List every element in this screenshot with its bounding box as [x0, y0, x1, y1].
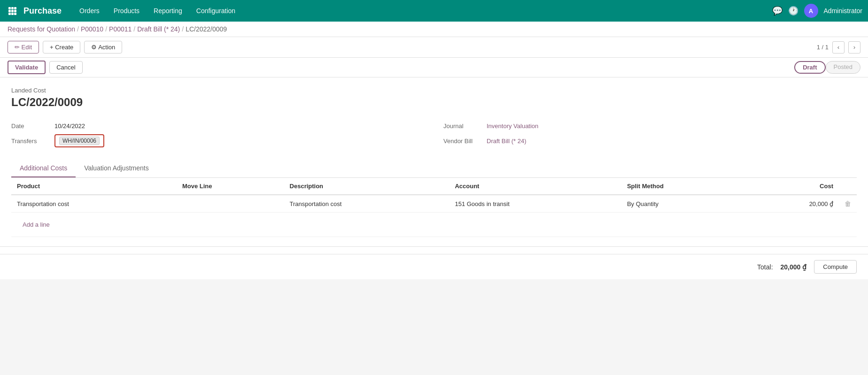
- journal-label: Journal: [443, 122, 481, 130]
- svg-rect-4: [11, 10, 14, 12]
- record-title: LC/2022/0009: [11, 96, 857, 109]
- svg-rect-3: [8, 10, 11, 12]
- validate-button[interactable]: Validate: [8, 61, 46, 74]
- delete-icon[interactable]: 🗑: [845, 200, 851, 207]
- table-container: Product Move Line Description Account Sp…: [11, 178, 857, 237]
- main-content: Landed Cost LC/2022/0009 Date 10/24/2022…: [0, 77, 868, 246]
- col-move-line: Move Line: [177, 178, 284, 195]
- form-right: Journal Inventory Valuation Vendor Bill …: [443, 118, 857, 148]
- menu-products[interactable]: Products: [107, 4, 146, 17]
- breadcrumb-p00010[interactable]: P00010: [81, 25, 103, 33]
- svg-rect-7: [11, 13, 14, 15]
- breadcrumb: Requests for Quotation / P00010 / P00011…: [0, 22, 868, 37]
- breadcrumb-p00011[interactable]: P00011: [109, 25, 132, 33]
- col-split-method: Split Method: [621, 178, 746, 195]
- cell-split-method: By Quantity: [621, 195, 746, 213]
- edit-button[interactable]: ✏ Edit: [8, 41, 39, 54]
- cell-product: Transportation cost: [11, 195, 177, 213]
- form-grid: Date 10/24/2022 Transfers WH/IN/00006 Jo…: [11, 118, 857, 148]
- svg-rect-1: [11, 7, 14, 9]
- breadcrumb-rfq[interactable]: Requests for Quotation: [8, 25, 75, 33]
- journal-value[interactable]: Inventory Valuation: [487, 122, 538, 130]
- svg-rect-5: [14, 10, 16, 12]
- record-type: Landed Cost: [11, 87, 857, 94]
- tabs-container: Additional Costs Valuation Adjustments: [11, 160, 857, 178]
- col-cost: Cost: [746, 178, 839, 195]
- toolbar: ✏ Edit + Create ⚙ Action 1 / 1 ‹ ›: [0, 37, 868, 58]
- form-left: Date 10/24/2022 Transfers WH/IN/00006: [11, 118, 425, 148]
- cell-cost: 20,000 ₫: [746, 195, 839, 213]
- breadcrumb-sep-3: /: [133, 25, 135, 33]
- vendor-bill-row: Vendor Bill Draft Bill (* 24): [443, 133, 857, 148]
- date-label: Date: [11, 122, 49, 130]
- svg-rect-2: [14, 7, 16, 9]
- prev-page-button[interactable]: ‹: [832, 41, 845, 54]
- action-bar: Validate Cancel Draft Posted: [0, 58, 868, 77]
- col-account: Account: [449, 178, 621, 195]
- table-row: Transportation cost Transportation cost …: [11, 195, 857, 213]
- create-button[interactable]: + Create: [43, 41, 80, 54]
- cell-move-line: [177, 195, 284, 213]
- toolbar-right: 1 / 1 ‹ ›: [817, 41, 860, 54]
- cell-account: 151 Goods in transit: [449, 195, 621, 213]
- tabs: Additional Costs Valuation Adjustments: [11, 160, 857, 177]
- chat-icon[interactable]: 💬: [772, 6, 783, 16]
- status-posted[interactable]: Posted: [826, 61, 860, 74]
- breadcrumb-sep-2: /: [105, 25, 107, 33]
- menu-configuration[interactable]: Configuration: [190, 4, 242, 17]
- scrollbar-area: [0, 246, 868, 254]
- app-title: Purchase: [23, 6, 62, 16]
- transfers-label: Transfers: [11, 138, 49, 145]
- table-header-row: Product Move Line Description Account Sp…: [11, 178, 857, 195]
- tab-valuation-adjustments[interactable]: Valuation Adjustments: [76, 160, 157, 177]
- date-value: 10/24/2022: [54, 122, 85, 130]
- breadcrumb-sep-4: /: [182, 25, 184, 33]
- status-buttons: Draft Posted: [794, 61, 860, 74]
- menu-reporting[interactable]: Reporting: [147, 4, 189, 17]
- add-line-button[interactable]: Add a line: [17, 217, 55, 232]
- next-page-button[interactable]: ›: [848, 41, 860, 54]
- cell-description: Transportation cost: [284, 195, 450, 213]
- breadcrumb-current: LC/2022/0009: [186, 25, 227, 33]
- cancel-button[interactable]: Cancel: [49, 61, 82, 74]
- total-value: 20,000 ₫: [781, 263, 807, 271]
- col-description: Description: [284, 178, 450, 195]
- svg-rect-0: [8, 7, 11, 9]
- transfers-row: Transfers WH/IN/00006: [11, 133, 425, 148]
- clock-icon[interactable]: 🕐: [788, 6, 798, 16]
- date-row: Date 10/24/2022: [11, 118, 425, 133]
- navbar-right: 💬 🕐 A Administrator: [772, 4, 862, 18]
- transfers-field[interactable]: WH/IN/00006: [54, 134, 104, 147]
- svg-rect-8: [14, 13, 16, 15]
- pagination-info: 1 / 1: [817, 44, 829, 51]
- grid-icon[interactable]: [6, 4, 19, 17]
- avatar[interactable]: A: [804, 4, 818, 18]
- status-draft[interactable]: Draft: [794, 61, 825, 74]
- cell-delete[interactable]: 🗑: [839, 195, 857, 213]
- breadcrumb-sep-1: /: [77, 25, 79, 33]
- navbar: Purchase Orders Products Reporting Confi…: [0, 0, 868, 22]
- vendor-bill-label: Vendor Bill: [443, 138, 481, 145]
- compute-button[interactable]: Compute: [814, 260, 857, 274]
- add-line-cell: Add a line: [11, 213, 857, 237]
- costs-table: Product Move Line Description Account Sp…: [11, 178, 857, 237]
- col-actions: [839, 178, 857, 195]
- svg-rect-6: [8, 13, 11, 15]
- action-button[interactable]: ⚙ Action: [84, 41, 122, 54]
- menu-orders[interactable]: Orders: [73, 4, 106, 17]
- col-product: Product: [11, 178, 177, 195]
- breadcrumb-draftbill[interactable]: Draft Bill (* 24): [137, 25, 180, 33]
- total-label: Total:: [757, 263, 773, 271]
- transfer-tag[interactable]: WH/IN/00006: [59, 137, 100, 145]
- add-line-row: Add a line: [11, 213, 857, 237]
- footer: Total: 20,000 ₫ Compute: [0, 254, 868, 279]
- tab-additional-costs[interactable]: Additional Costs: [11, 160, 76, 177]
- navbar-menu: Orders Products Reporting Configuration: [73, 4, 770, 17]
- username[interactable]: Administrator: [824, 7, 862, 15]
- vendor-bill-value[interactable]: Draft Bill (* 24): [487, 138, 527, 145]
- journal-row: Journal Inventory Valuation: [443, 118, 857, 133]
